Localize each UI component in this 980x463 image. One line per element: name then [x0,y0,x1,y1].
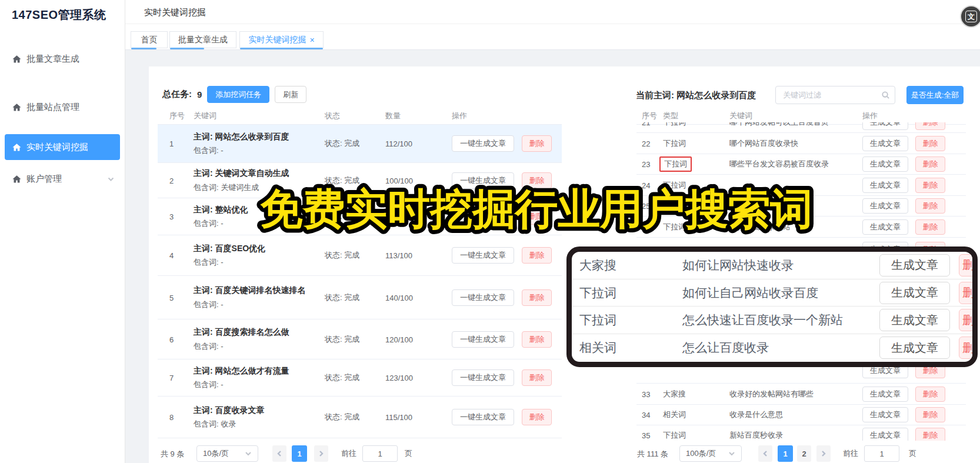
keyword-type: 下拉词 [663,180,686,191]
task-status: 状态: 完成 [325,175,359,186]
translate-float-icon[interactable]: 文 [960,5,980,28]
tab-label: 首页 [141,35,158,45]
task-row[interactable]: 3 主词: 整站优化 包含词: - 状态: 完成 一键生成文章 删除 [158,198,562,235]
generate-article-button[interactable]: 生成文章 [862,219,908,235]
row-number: 26 [642,222,650,231]
goto-page-input[interactable] [362,445,398,462]
close-icon[interactable]: × [309,35,314,45]
delete-button[interactable]: 删除 [915,156,945,172]
delete-button[interactable]: 删除 [522,369,552,386]
delete-button[interactable]: 删除 [915,136,945,151]
row-number: 25 [642,202,650,211]
task-main-word: 主词: 关键词文章自动生成 [194,168,312,179]
delete-button[interactable]: 删除 [522,172,552,189]
delete-button[interactable]: 删除 [959,254,978,277]
delete-button[interactable]: 删除 [915,198,945,214]
col-ops: 操作 [452,111,467,121]
goto-page-input[interactable] [864,445,899,462]
refresh-button[interactable]: 刷新 [275,86,306,103]
task-keyword-cell: 主词: 百度搜索排名怎么做 包含词: - [194,319,314,359]
row-number: 7 [169,374,174,382]
tab-0[interactable]: 首页 [131,31,168,48]
task-row[interactable]: 1 主词: 网站怎么收录到百度 包含词: - 状态: 完成 112/100 一键… [158,125,562,163]
generate-article-button[interactable]: 生成文章 [879,309,950,331]
page-unit-label: 页 [405,445,412,462]
generate-article-button[interactable]: 生成文章 [862,122,908,130]
task-row[interactable]: 5 主词: 百度关键词排名快速排名 包含词: - 状态: 完成 140/100 … [158,276,562,319]
tab-2[interactable]: 实时关键词挖掘 × [239,31,324,48]
generate-article-button[interactable]: 生成文章 [862,136,908,151]
delete-button[interactable]: 删除 [915,387,945,402]
task-keyword-cell: 主词: 整站优化 包含词: - [194,198,314,235]
delete-button[interactable]: 删除 [522,247,552,264]
goto-label: 前往 [843,445,858,462]
task-keyword-cell: 主词: 百度SEO优化 包含词: - [194,235,314,275]
keyword-text: 新站百度秒收录 [729,430,783,441]
generate-article-button[interactable]: 一键生成文章 [452,409,514,425]
generate-article-button[interactable]: 生成文章 [862,407,908,422]
sidebar-item[interactable]: 批量站点管理 [0,99,125,115]
delete-button[interactable]: 删除 [959,337,978,359]
delete-button[interactable]: 删除 [522,409,552,425]
generate-article-button[interactable]: 生成文章 [862,156,908,172]
keyword-filter-input[interactable] [775,86,895,104]
generate-article-button[interactable]: 一键生成文章 [452,247,514,264]
add-task-button[interactable]: 添加挖词任务 [207,86,269,103]
generate-article-button[interactable]: 一键生成文章 [452,135,514,152]
sidebar-item-label: 实时关键词挖掘 [26,142,88,153]
delete-button[interactable]: 删除 [915,219,945,235]
generate-article-button[interactable]: 生成文章 [862,428,908,441]
generate-article-button[interactable]: 生成文章 [879,282,950,304]
task-row[interactable]: 4 主词: 百度SEO优化 包含词: - 状态: 完成 113/100 一键生成… [158,235,562,276]
generate-article-button[interactable]: 生成文章 [879,254,950,277]
task-row[interactable]: 6 主词: 百度搜索排名怎么做 包含词: - 状态: 完成 120/100 一键… [158,319,562,359]
delete-button[interactable]: 删除 [915,428,945,441]
delete-button[interactable]: 删除 [915,178,945,193]
delete-button[interactable]: 删除 [522,331,552,348]
delete-button[interactable]: 删除 [915,407,945,422]
delete-button[interactable]: 删除 [522,135,552,152]
keyword-text: 如何百度收录网站 [729,222,791,232]
prev-page-button[interactable] [758,445,772,462]
generate-article-button[interactable]: 生成文章 [862,387,908,402]
keyword-text: 哪些平台发文容易被百度收录 [729,159,829,169]
generate-article-button[interactable]: 一键生成文章 [452,369,514,386]
task-row[interactable]: 8 主词: 百度收录文章 包含词: 收录 状态: 完成 115/100 一键生成… [158,397,562,438]
delete-button[interactable]: 删除 [915,122,945,130]
generate-article-button[interactable]: 一键生成文章 [452,289,514,306]
sidebar-item[interactable]: 账户管理 [0,171,125,186]
home-icon [12,54,22,64]
magnified-keyword-row: 下拉词 怎么快速让百度收录一个新站 生成文章 删除 [572,307,972,334]
page-number-button[interactable]: 2 [797,445,811,462]
row-number: 6 [169,335,174,344]
row-number: 8 [169,413,174,422]
next-page-button[interactable] [816,445,831,462]
task-row[interactable]: 2 主词: 关键词文章自动生成 包含词: 关键词生成 状态: 完成 100/10… [158,163,562,198]
keyword-row: 23 下拉词 哪些平台发文容易被百度收录 生成文章 删除 [636,154,966,175]
row-number: 24 [642,181,650,189]
delete-button[interactable]: 删除 [522,208,552,225]
page-number-button[interactable]: 1 [778,445,793,462]
task-status: 状态: 完成 [325,412,359,422]
page-number-button[interactable]: 1 [292,445,307,462]
tab-1[interactable]: 批量文章生成 [169,31,236,48]
generate-article-button[interactable]: 一键生成文章 [452,208,514,225]
task-row[interactable]: 7 主词: 网站怎么做才有流量 包含词: - 状态: 完成 123/100 一键… [158,359,562,397]
generate-article-button[interactable]: 一键生成文章 [452,172,514,189]
task-count: 100/100 [385,176,413,185]
generate-article-button[interactable]: 一键生成文章 [452,331,514,348]
delete-button[interactable]: 删除 [959,309,978,331]
delete-button[interactable]: 删除 [959,282,978,304]
page-size-select[interactable]: 100条/页 [679,445,742,462]
sidebar-item[interactable]: 批量文章生成 [0,51,125,66]
generate-article-button[interactable]: 生成文章 [879,337,950,359]
task-status: 状态: 完成 [325,372,359,383]
generate-all-button[interactable]: 是否生成:全部 [906,86,964,104]
next-page-button[interactable] [314,445,328,462]
generate-article-button[interactable]: 生成文章 [862,198,908,214]
generate-article-button[interactable]: 生成文章 [862,178,908,193]
sidebar-item[interactable]: 实时关键词挖掘 [5,134,120,160]
prev-page-button[interactable] [272,445,286,462]
page-size-select[interactable]: 10条/页 [196,445,258,462]
delete-button[interactable]: 删除 [522,289,552,306]
